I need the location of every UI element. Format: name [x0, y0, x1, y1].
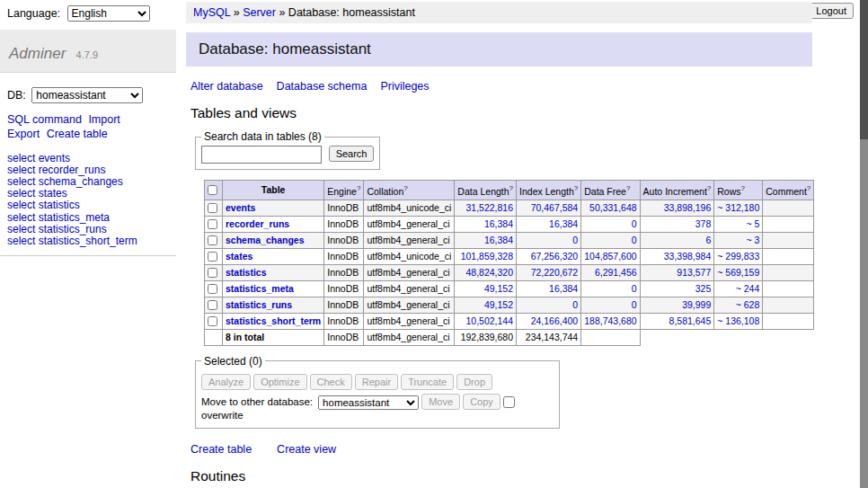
cell-data-length-link[interactable]: 48,824,320 — [465, 267, 513, 278]
sidebar-select-statistics[interactable]: select statistics — [7, 200, 169, 211]
help-link[interactable]: ? — [741, 184, 745, 192]
table-name-link[interactable]: statistics_short_term — [226, 315, 321, 326]
breadcrumb-link-mysql[interactable]: MySQL — [193, 6, 230, 19]
table-name-link[interactable]: recorder_runs — [226, 218, 289, 229]
cell-data-free-link[interactable]: 0 — [632, 218, 637, 229]
column-header-auto-increment[interactable]: Auto Increment? — [640, 181, 714, 200]
help-link[interactable]: ? — [626, 184, 630, 192]
cell-rows-link[interactable]: ~ 628 — [736, 299, 760, 310]
cell-data-free-link[interactable]: 6,291,456 — [595, 267, 637, 278]
sidebar-link-export[interactable]: Export — [7, 128, 40, 140]
search-button[interactable]: Search — [329, 146, 375, 162]
row-checkbox[interactable] — [208, 268, 217, 278]
cell-index-length-link[interactable]: 16,384 — [549, 218, 578, 229]
help-link[interactable]: ? — [574, 184, 578, 192]
cell-index-length-link[interactable]: 0 — [572, 235, 578, 245]
cell-rows-link[interactable]: ~ 5 — [746, 218, 759, 229]
cell-data-length-link[interactable]: 49,152 — [484, 283, 513, 294]
table-name-link[interactable]: statistics — [226, 267, 267, 278]
row-checkbox[interactable] — [208, 235, 217, 245]
row-checkbox[interactable] — [208, 284, 217, 294]
search-input[interactable] — [201, 146, 322, 164]
cell-rows-link[interactable]: ~ 569,159 — [717, 267, 759, 278]
cell-rows-link[interactable]: ~ 244 — [736, 283, 760, 294]
copy-button[interactable]: Copy — [463, 394, 500, 410]
sidebar-link-sql-command[interactable]: SQL command — [7, 113, 82, 126]
cell-data-free-link[interactable]: 0 — [632, 283, 637, 294]
link-create-view[interactable]: Create view — [277, 443, 336, 456]
action-button-drop[interactable]: Drop — [456, 374, 492, 390]
cell-index-length-link[interactable]: 24,166,400 — [531, 315, 579, 326]
table-name-link[interactable]: states — [226, 251, 252, 262]
nav-link-alter-database[interactable]: Alter database — [190, 80, 263, 93]
row-checkbox[interactable] — [208, 219, 217, 229]
help-link[interactable]: ? — [403, 184, 407, 192]
action-button-truncate[interactable]: Truncate — [401, 374, 454, 390]
row-checkbox[interactable] — [208, 203, 217, 213]
action-button-repair[interactable]: Repair — [355, 374, 398, 390]
cell-data-free-link[interactable]: 188,743,680 — [584, 315, 636, 326]
link-create-table[interactable]: Create table — [190, 443, 252, 456]
help-link[interactable]: ? — [707, 184, 711, 192]
table-name-link[interactable]: schema_changes — [226, 235, 305, 245]
row-checkbox[interactable] — [208, 252, 217, 262]
cell-rows-link[interactable]: ~ 299,833 — [717, 251, 759, 262]
move-button[interactable]: Move — [421, 394, 460, 410]
cell-auto-increment-link[interactable]: 6 — [705, 235, 711, 245]
sidebar-link-import[interactable]: Import — [88, 113, 120, 126]
cell-index-length-link[interactable]: 16,384 — [549, 283, 578, 294]
select-all-checkbox[interactable] — [208, 185, 217, 195]
move-db-select[interactable]: homeassistant — [318, 395, 419, 410]
scrollbar-thumb[interactable] — [860, 0, 868, 139]
sidebar-select-statistics-runs[interactable]: select statistics_runs — [7, 224, 169, 235]
nav-link-privileges[interactable]: Privileges — [380, 80, 429, 93]
cell-rows-link[interactable]: ~ 136,108 — [717, 315, 759, 326]
cell-auto-increment-link[interactable]: 39,999 — [682, 299, 711, 310]
cell-data-free-link[interactable]: 104,857,600 — [584, 251, 636, 262]
column-header-engine[interactable]: Engine? — [324, 181, 364, 200]
cell-data-length-link[interactable]: 49,152 — [484, 299, 513, 310]
cell-rows-link[interactable]: ~ 3 — [746, 235, 759, 245]
cell-data-length-link[interactable]: 31,522,816 — [465, 202, 513, 213]
cell-data-free-link[interactable]: 0 — [632, 235, 637, 245]
cell-auto-increment-link[interactable]: 33,398,984 — [664, 251, 712, 262]
app-name[interactable]: Adminer — [9, 45, 66, 62]
scrollbar[interactable] — [860, 0, 868, 488]
cell-data-free-link[interactable]: 0 — [632, 299, 637, 310]
cell-auto-increment-link[interactable]: 33,898,196 — [664, 202, 712, 213]
cell-rows-link[interactable]: ~ 312,180 — [717, 202, 759, 213]
cell-auto-increment-link[interactable]: 378 — [695, 218, 712, 229]
row-checkbox[interactable] — [208, 316, 217, 326]
cell-index-length-link[interactable]: 70,467,584 — [531, 202, 579, 213]
cell-auto-increment-link[interactable]: 913,577 — [677, 267, 711, 278]
language-select[interactable]: English — [67, 5, 150, 22]
sidebar-select-events[interactable]: select events — [7, 153, 169, 164]
cell-index-length-link[interactable]: 67,256,320 — [531, 251, 579, 262]
column-header-data-free[interactable]: Data Free? — [581, 181, 640, 200]
cell-index-length-link[interactable]: 0 — [572, 299, 578, 310]
logout-button[interactable]: Logout — [809, 3, 854, 19]
cell-data-length-link[interactable]: 101,859,328 — [461, 251, 513, 262]
table-name-link[interactable]: statistics_runs — [226, 299, 292, 310]
cell-data-length-link[interactable]: 16,384 — [484, 235, 513, 245]
action-button-check[interactable]: Check — [310, 374, 352, 390]
column-header-rows[interactable]: Rows? — [714, 181, 763, 200]
table-name-link[interactable]: statistics_meta — [226, 283, 294, 294]
action-button-analyze[interactable]: Analyze — [201, 374, 251, 390]
cell-data-length-link[interactable]: 16,384 — [484, 218, 513, 229]
overwrite-checkbox[interactable] — [503, 396, 515, 408]
column-header-comment[interactable]: Comment? — [763, 181, 814, 200]
cell-auto-increment-link[interactable]: 8,581,645 — [669, 315, 712, 326]
sidebar-select-statistics-short-term[interactable]: select statistics_short_term — [7, 235, 169, 247]
column-header-index-length[interactable]: Index Length? — [517, 181, 581, 200]
sidebar-link-create-table[interactable]: Create table — [47, 128, 108, 140]
table-name-link[interactable]: events — [226, 202, 255, 213]
help-link[interactable]: ? — [807, 184, 810, 192]
cell-auto-increment-link[interactable]: 325 — [695, 283, 712, 294]
column-header-data-length[interactable]: Data Length? — [455, 181, 517, 200]
row-checkbox[interactable] — [208, 300, 217, 310]
column-header-collation[interactable]: Collation? — [364, 181, 455, 200]
cell-data-length-link[interactable]: 10,502,144 — [465, 315, 513, 326]
help-link[interactable]: ? — [357, 184, 360, 192]
db-select[interactable]: homeassistant — [31, 87, 143, 103]
